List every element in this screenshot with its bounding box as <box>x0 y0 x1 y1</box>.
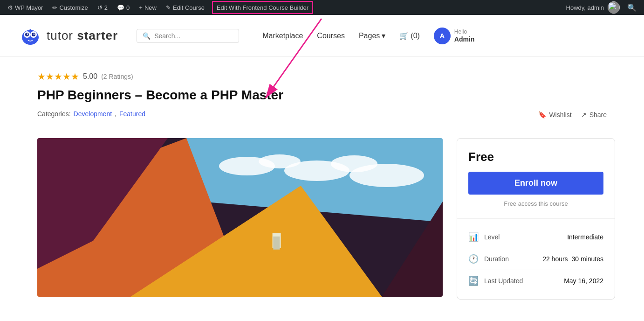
new-link[interactable]: + New <box>135 0 160 15</box>
categories-row: Categories: Development , Featured <box>37 110 145 118</box>
meta-duration-row: 🕐 Duration 22 hours 30 minutes <box>468 248 603 270</box>
wp-mayor-link[interactable]: ⚙ WP Mayor <box>4 0 47 15</box>
enroll-button[interactable]: Enroll now <box>468 172 603 195</box>
svg-point-7 <box>27 33 28 35</box>
nav-pages[interactable]: Pages ▾ <box>359 31 385 40</box>
logo-owl-icon <box>19 24 42 48</box>
admin-bar-right: Howdy, admin 🔍 <box>566 1 640 14</box>
comments-link[interactable]: 💬 0 <box>113 0 133 15</box>
rating-score: 5.00 <box>83 72 97 81</box>
logo-text: tutor starter <box>47 28 118 43</box>
admin-avatar <box>608 1 620 14</box>
level-value: Intermediate <box>567 233 603 241</box>
clock-icon: 🕐 <box>468 254 480 264</box>
course-layout: Free Enroll now Free access this course … <box>37 138 607 300</box>
edit-icon: ✎ <box>166 4 171 11</box>
revisions-link[interactable]: ↺ 2 <box>94 0 111 15</box>
share-icon: ↗ <box>581 111 587 119</box>
wp-icon: ⚙ <box>7 4 13 11</box>
nav-marketplace[interactable]: Marketplace <box>262 32 303 40</box>
course-image <box>37 138 443 297</box>
bookmark-icon: 🔖 <box>538 111 546 119</box>
course-image-canvas <box>37 138 443 297</box>
edit-course-link[interactable]: ✎ Edit Course <box>162 0 208 15</box>
main-content: ★★★★★ 5.00 (2 Ratings) PHP Beginners – B… <box>0 57 644 314</box>
rating-row: ★★★★★ 5.00 (2 Ratings) <box>37 71 607 82</box>
revisions-icon: ↺ <box>97 4 103 11</box>
search-bar[interactable]: 🔍 <box>137 29 239 43</box>
sidebar-card: Free Enroll now Free access this course … <box>457 138 615 300</box>
meta-updated-row: 🔄 Last Updated May 16, 2022 <box>468 270 603 292</box>
last-updated-label: Last Updated <box>484 277 559 285</box>
free-access-text: Free access this course <box>468 200 603 207</box>
svg-point-8 <box>34 33 35 35</box>
search-input[interactable] <box>154 32 233 40</box>
course-title: PHP Beginners – Become a PHP Master <box>37 88 607 103</box>
user-avatar-wrap[interactable]: A Hello Admin <box>434 28 475 44</box>
admin-search-icon[interactable]: 🔍 <box>623 3 640 12</box>
star-rating: ★★★★★ <box>37 71 79 82</box>
duration-value: 22 hours 30 minutes <box>541 255 603 263</box>
plus-icon: + <box>139 4 143 11</box>
category-development[interactable]: Development <box>74 110 112 118</box>
chevron-down-icon: ▾ <box>382 31 385 40</box>
level-icon: 📊 <box>468 232 480 242</box>
level-label: Level <box>484 233 562 241</box>
price-section: Free Enroll now Free access this course <box>457 139 615 219</box>
categories-label: Categories: <box>37 110 71 118</box>
price-label: Free <box>468 150 603 164</box>
comments-icon: 💬 <box>117 4 124 11</box>
cart-icon[interactable]: 🛒 (0) <box>399 31 420 40</box>
search-icon: 🔍 <box>143 32 151 40</box>
course-meta: 📊 Level Intermediate 🕐 Duration 22 hours… <box>457 219 615 299</box>
site-logo[interactable]: tutor starter <box>19 24 118 48</box>
update-icon: 🔄 <box>468 276 480 286</box>
site-nav: Marketplace Courses Pages ▾ 🛒 (0) <box>262 31 420 40</box>
last-updated-value: May 16, 2022 <box>564 277 603 285</box>
meta-level-row: 📊 Level Intermediate <box>468 226 603 248</box>
user-avatar: A <box>434 28 451 44</box>
site-header: tutor starter 🔍 Marketplace Courses Page… <box>0 15 644 57</box>
svg-point-2 <box>22 30 39 45</box>
nav-courses[interactable]: Courses <box>317 32 345 40</box>
actions-row: 🔖 Wishlist ↗ Share <box>538 111 607 119</box>
howdy-text: Howdy, admin <box>566 4 604 11</box>
share-button[interactable]: ↗ Share <box>581 111 607 119</box>
wishlist-button[interactable]: 🔖 Wishlist <box>538 111 571 119</box>
duration-label: Duration <box>484 255 536 263</box>
edit-frontend-button[interactable]: Edit With Frontend Course Builder <box>212 1 313 14</box>
rating-count: (2 Ratings) <box>101 73 133 80</box>
user-info: Hello Admin <box>454 28 475 42</box>
pencil-icon: ✏ <box>52 4 57 11</box>
category-featured[interactable]: Featured <box>119 110 145 118</box>
customize-link[interactable]: ✏ Customize <box>48 0 91 15</box>
admin-bar: ⚙ WP Mayor ✏ Customize ↺ 2 💬 0 + New ✎ E… <box>0 0 644 15</box>
